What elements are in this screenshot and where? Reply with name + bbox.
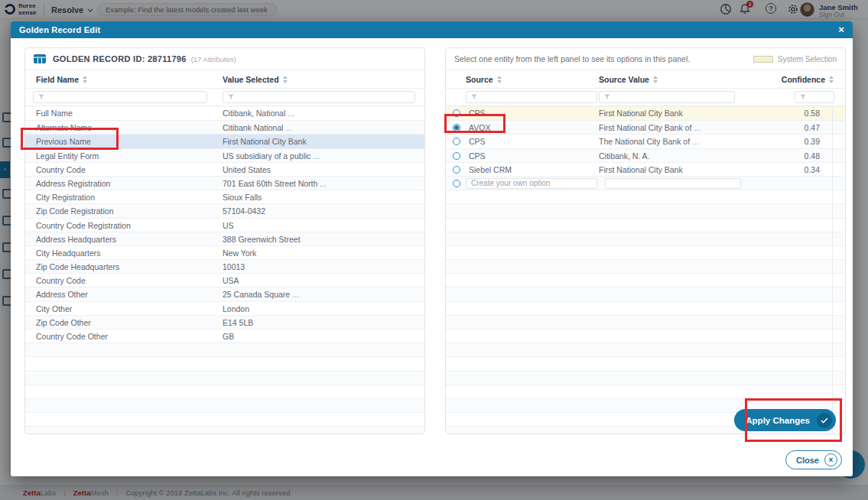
table-row[interactable]: Full NameCitibank, National ... <box>25 106 424 120</box>
field-name-cell: Zip Code Registration <box>36 204 114 218</box>
empty-row <box>25 371 424 385</box>
value-selected-cell: 57104-0432 <box>223 204 265 218</box>
empty-row <box>25 385 424 398</box>
create-option-row[interactable] <box>446 176 845 190</box>
value-selected-cell: 388 Greenwich Street <box>223 232 301 246</box>
funnel-icon <box>38 94 44 100</box>
source-option-row[interactable]: CPSFirst National City Bank0.58 <box>446 106 845 120</box>
column-header-value-selected[interactable]: Value Selected <box>223 70 288 89</box>
empty-row <box>446 232 845 245</box>
table-row[interactable]: City HeadquartersNew York <box>25 245 424 259</box>
funnel-icon <box>604 94 610 100</box>
funnel-icon <box>228 94 234 100</box>
table-row[interactable]: Address Other25 Canada Square ... <box>25 287 424 300</box>
empty-row <box>446 273 845 287</box>
table-row[interactable]: Zip Code Headquarters10013 <box>25 259 424 273</box>
table-row[interactable]: City RegistrationSioux Falls <box>25 190 424 203</box>
source-value-cell: First National City Bank <box>599 163 683 177</box>
empty-row <box>446 385 845 398</box>
table-row[interactable]: Country CodeUnited States <box>25 162 424 176</box>
field-name-filter-input[interactable] <box>33 91 207 103</box>
table-row[interactable]: Country Code RegistrationUS <box>25 218 424 232</box>
table-icon <box>34 54 46 63</box>
source-value-cell: The National City Bank of ... <box>599 135 699 148</box>
radio-button[interactable] <box>453 166 460 174</box>
column-header-source[interactable]: Source <box>466 70 502 89</box>
source-cell: Siebel CRM <box>469 163 512 177</box>
close-button-label: Close <box>796 456 819 465</box>
field-name-cell: Previous Name <box>36 135 91 148</box>
empty-row <box>25 426 424 433</box>
value-selected-filter-input[interactable] <box>223 91 415 103</box>
field-name-cell: City Registration <box>36 190 95 204</box>
sort-icon <box>283 76 288 83</box>
table-row[interactable]: Previous NameFirst National City Bank <box>25 134 424 148</box>
empty-row <box>446 259 845 273</box>
value-selected-cell: 25 Canada Square ... <box>223 287 299 301</box>
source-value-cell: Citibank, N. A. <box>599 149 650 163</box>
source-filter-input[interactable] <box>466 91 597 103</box>
radio-button[interactable] <box>453 138 460 145</box>
field-name-cell: Country Code Registration <box>36 219 131 232</box>
table-row[interactable]: Country CodeUSA <box>25 273 424 287</box>
field-name-cell: City Other <box>36 302 72 316</box>
column-header-source-value[interactable]: Source Value <box>599 70 658 89</box>
table-row[interactable]: Address Registration701 East 60th Street… <box>25 176 424 190</box>
table-row[interactable]: Address Headquarters388 Greenwich Street <box>25 232 424 245</box>
radio-button[interactable] <box>453 109 460 117</box>
field-name-cell: Full Name <box>36 106 73 120</box>
modal-title: Golden Record Edit <box>19 25 100 34</box>
source-option-row[interactable]: CPSThe National City Bank of ...0.39 <box>446 134 845 148</box>
confidence-filter-input[interactable] <box>795 91 834 103</box>
empty-row <box>446 356 845 370</box>
field-name-cell: Address Other <box>36 287 88 301</box>
value-selected-cell: USA <box>223 274 239 287</box>
apply-changes-label: Apply Changes <box>746 416 810 425</box>
confidence-cell: 0.34 <box>805 163 820 177</box>
instruction-text: Select one entity from the left panel to… <box>454 54 690 63</box>
column-header-field-name[interactable]: Field Name <box>36 70 87 89</box>
value-selected-cell: Citibank, National ... <box>223 106 294 120</box>
create-option-value-input[interactable] <box>605 178 741 189</box>
modal-header: Golden Record Edit × <box>11 21 853 38</box>
close-icon[interactable]: × <box>838 21 844 38</box>
attributes-count: (17 Attributes) <box>191 55 236 63</box>
apply-changes-button[interactable]: Apply Changes <box>734 409 836 431</box>
field-name-cell: Country Code Other <box>36 330 108 343</box>
table-row[interactable]: Alternate NameCitibank National ... <box>25 120 424 134</box>
left-filter-row <box>25 89 424 106</box>
confidence-cell: 0.39 <box>805 135 820 148</box>
value-selected-cell: E14 5LB <box>223 316 253 330</box>
field-name-cell: Legal Entity Form <box>36 149 99 163</box>
column-header-confidence[interactable]: Confidence <box>782 70 834 89</box>
confidence-cell: 0.58 <box>805 106 820 120</box>
source-cell: CPS <box>469 106 486 120</box>
source-option-row[interactable]: Siebel CRMFirst National City Bank0.34 <box>446 162 845 176</box>
radio-button[interactable] <box>453 124 460 131</box>
golden-record-edit-modal: Golden Record Edit × GOLDEN RECORD ID: 2… <box>11 21 853 476</box>
radio-button[interactable] <box>453 152 460 160</box>
golden-record-header: GOLDEN RECORD ID: 28711796 (17 Attribute… <box>25 48 424 70</box>
legend-swatch <box>753 56 773 63</box>
table-row[interactable]: City OtherLondon <box>25 301 424 315</box>
source-option-row[interactable]: CPSCitibank, N. A.0.48 <box>446 148 845 162</box>
table-row[interactable]: Legal Entity FormUS subsidiary of a publ… <box>25 148 424 162</box>
radio-button[interactable] <box>453 180 460 187</box>
empty-row <box>446 203 845 217</box>
close-x-icon: × <box>824 453 837 466</box>
value-selected-cell: 10013 <box>223 260 245 274</box>
empty-row <box>25 356 424 370</box>
empty-row <box>446 371 845 385</box>
field-name-cell: City Headquarters <box>36 246 101 260</box>
create-option-input[interactable] <box>466 178 597 189</box>
source-option-row[interactable]: AVOXFirst National City Bank of ...0.47 <box>446 120 845 134</box>
field-name-cell: Address Headquarters <box>36 232 116 246</box>
source-value-filter-input[interactable] <box>599 91 735 103</box>
value-selected-cell: New York <box>223 246 256 260</box>
table-row[interactable]: Zip Code OtherE14 5LB <box>25 315 424 329</box>
close-button[interactable]: Close × <box>785 450 842 469</box>
empty-row <box>25 398 424 412</box>
table-row[interactable]: Zip Code Registration57104-0432 <box>25 203 424 217</box>
table-row[interactable]: Country Code OtherGB <box>25 329 424 343</box>
empty-row <box>446 301 845 315</box>
